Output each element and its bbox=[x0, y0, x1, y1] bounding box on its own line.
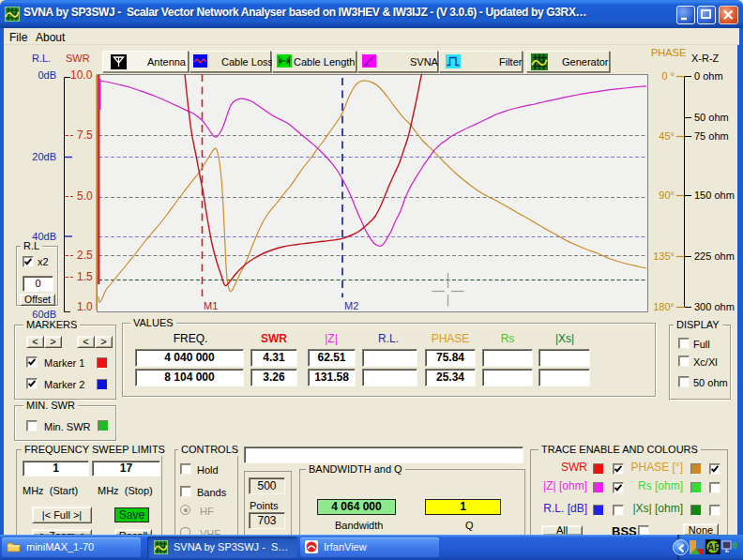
svg-text:0dB: 0dB bbox=[38, 69, 56, 81]
svg-text:0 °: 0 ° bbox=[661, 70, 675, 82]
svg-text:AP: AP bbox=[707, 542, 720, 552]
svg-text:45°: 45° bbox=[659, 130, 675, 142]
svg-text:1.5: 1.5 bbox=[77, 270, 93, 283]
svg-text:PHASE: PHASE bbox=[651, 47, 686, 58]
svg-text:180°: 180° bbox=[653, 301, 675, 312]
svg-text:135°: 135° bbox=[653, 250, 675, 262]
svg-text:0 ohm: 0 ohm bbox=[694, 70, 723, 82]
svg-text:2.5: 2.5 bbox=[77, 249, 93, 262]
svg-text:R.L.: R.L. bbox=[32, 53, 51, 64]
svg-text:300 ohm: 300 ohm bbox=[694, 301, 735, 312]
svg-text:1.0: 1.0 bbox=[77, 300, 93, 313]
svg-text:X-R-Z: X-R-Z bbox=[691, 53, 720, 64]
svg-text:SWR: SWR bbox=[66, 53, 90, 64]
svg-text:7.5: 7.5 bbox=[77, 129, 93, 142]
svg-text:50 ohm: 50 ohm bbox=[694, 112, 729, 123]
svg-text:225 ohm: 225 ohm bbox=[694, 250, 735, 262]
svg-text:75 ohm: 75 ohm bbox=[694, 130, 729, 142]
svg-text:M1: M1 bbox=[204, 300, 218, 311]
svg-text:90°: 90° bbox=[659, 189, 675, 201]
svg-text:5.0: 5.0 bbox=[77, 189, 93, 203]
svg-text:M2: M2 bbox=[344, 300, 358, 311]
svg-text:150 ohm: 150 ohm bbox=[694, 189, 735, 201]
svg-text:10.0: 10.0 bbox=[70, 68, 93, 82]
svg-text:20dB: 20dB bbox=[32, 151, 56, 162]
